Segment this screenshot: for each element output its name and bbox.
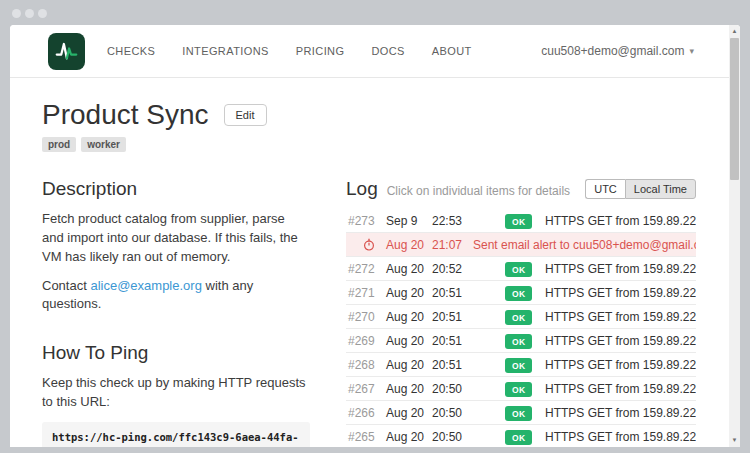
scroll-down-arrow-icon[interactable]: ▼ [729,435,740,446]
browser-viewport: ▲ ▼ CHECKSINTEGRATIONSPRICINGDOCSABOUT c… [10,25,740,447]
log-entry-number: #271 [348,286,386,300]
log-entry-date: Aug 20 [386,238,432,252]
pulse-icon [53,38,80,65]
log-subtitle: Click on individual items for details [387,184,570,198]
log-row[interactable]: #265 Aug 20 20:50 OK HTTPS GET from 159.… [346,425,696,447]
scrollbar-thumb[interactable] [730,38,739,180]
nav-link[interactable]: CHECKS [107,45,155,57]
alert-message: Sent email alert to cuu508+demo@gmail.co… [473,238,696,252]
log-entries: #273 Sep 9 22:53 OK HTTPS GET from 159.8… [346,209,696,447]
window-dot-icon [12,9,21,18]
how-to-ping-heading: How To Ping [42,342,310,364]
nav-link[interactable]: ABOUT [432,45,472,57]
main-content: Product Sync Edit prodworker Description… [10,99,740,447]
log-entry-number: #269 [348,334,386,348]
log-entry-event: HTTPS GET from 159.89.226.126 - my-fancy… [545,406,696,420]
log-row[interactable]: #270 Aug 20 20:51 OK HTTPS GET from 159.… [346,305,696,329]
ok-badge: OK [505,382,532,397]
nav-link[interactable]: DOCS [371,45,404,57]
nav-link[interactable]: INTEGRATIONS [182,45,269,57]
navbar: CHECKSINTEGRATIONSPRICINGDOCSABOUT cuu50… [10,25,740,78]
log-row[interactable]: #272 Aug 20 20:52 OK HTTPS GET from 159.… [346,257,696,281]
edit-button[interactable]: Edit [224,104,267,126]
log-entry-time: 20:50 [432,406,505,420]
left-column: Description Fetch product catalog from s… [42,178,310,447]
log-entry-event: HTTPS GET from 159.89.226.126 - my-fancy… [545,262,696,276]
log-entry-time: 20:51 [432,334,505,348]
log-entry-event: HTTPS GET from 159.89.226.126 - my-fancy… [545,430,696,444]
tag-badge: worker [81,137,126,152]
log-entry-time: 20:50 [432,430,505,444]
log-entry-time: 20:51 [432,358,505,372]
scroll-up-arrow-icon[interactable]: ▲ [729,26,740,37]
log-heading: Log [346,178,378,200]
tag-badge: prod [42,137,76,152]
log-row[interactable]: #269 Aug 20 20:51 OK HTTPS GET from 159.… [346,329,696,353]
log-row[interactable]: #267 Aug 20 20:50 OK HTTPS GET from 159.… [346,377,696,401]
log-entry-event: HTTPS GET from 159.89.226.126 - my-fancy… [545,310,696,324]
log-entry-date: Aug 20 [386,334,432,348]
ok-badge: OK [505,430,532,445]
ok-badge: OK [505,310,532,325]
page-scrollbar[interactable]: ▲ ▼ [729,25,740,447]
log-entry-date: Aug 20 [386,262,432,276]
log-entry-number: #273 [348,214,386,228]
window-dot-icon [38,9,47,18]
log-entry-time: 20:52 [432,262,505,276]
nav-links: CHECKSINTEGRATIONSPRICINGDOCSABOUT [107,45,472,57]
ok-badge: OK [505,406,532,421]
log-entry-number: #272 [348,262,386,276]
contact-email-link[interactable]: alice@example.org [90,278,201,293]
log-entry-time: 20:51 [432,310,505,324]
ping-url-code[interactable]: https://hc-ping.com/ffc143c9-6aea-44fa-b… [42,422,310,447]
healthchecks-logo[interactable] [48,33,85,70]
log-entry-number: #265 [348,430,386,444]
log-entry-event: HTTPS GET from 159.89.226.126 - my-fancy… [545,214,696,228]
local-time-button[interactable]: Local Time [625,179,696,199]
log-row[interactable]: #268 Aug 20 20:51 OK HTTPS GET from 159.… [346,353,696,377]
log-entry-number: #266 [348,406,386,420]
log-entry-date: Aug 20 [386,310,432,324]
log-alert-row[interactable]: Aug 20 21:07 Sent email alert to cuu508+… [346,233,696,257]
log-entry-date: Sep 9 [386,214,432,228]
log-entry-date: Aug 20 [386,382,432,396]
alert-clock-icon [348,238,386,251]
description-text: Fetch product catalog from supplier, par… [42,210,310,267]
nav-link[interactable]: PRICING [296,45,345,57]
log-entry-date: Aug 20 [386,430,432,444]
log-row[interactable]: #266 Aug 20 20:50 OK HTTPS GET from 159.… [346,401,696,425]
page-title: Product Sync [42,99,209,131]
log-entry-date: Aug 20 [386,286,432,300]
ok-badge: OK [505,214,532,229]
utc-button[interactable]: UTC [585,179,625,199]
ok-badge: OK [505,262,532,277]
log-entry-time: 22:53 [432,214,505,228]
chevron-down-icon: ▾ [689,46,694,56]
log-entry-time: 20:50 [432,382,505,396]
timezone-toggle: UTC Local Time [585,179,696,199]
contact-line: Contact alice@example.org with any quest… [42,277,310,315]
account-menu[interactable]: cuu508+demo@gmail.com ▾ [541,44,694,58]
log-entry-event: HTTPS GET from 159.89.226.126 - my-fancy… [545,334,696,348]
account-email: cuu508+demo@gmail.com [541,44,684,58]
ok-badge: OK [505,334,532,349]
log-entry-date: Aug 20 [386,358,432,372]
ok-badge: OK [505,358,532,373]
ok-badge: OK [505,286,532,301]
log-entry-number: #268 [348,358,386,372]
log-entry-date: Aug 20 [386,406,432,420]
log-entry-time: 21:07 [432,238,473,252]
window-controls [12,9,47,18]
log-row[interactable]: #271 Aug 20 20:51 OK HTTPS GET from 159.… [346,281,696,305]
log-entry-number: #270 [348,310,386,324]
log-entry-event: HTTPS GET from 159.89.226.126 - my-fancy… [545,382,696,396]
log-entry-event: HTTPS GET from 159.89.226.126 - my-fancy… [545,358,696,372]
log-entry-time: 20:51 [432,286,505,300]
ping-url-instruction: Keep this check up by making HTTP reques… [42,374,310,412]
log-row[interactable]: #273 Sep 9 22:53 OK HTTPS GET from 159.8… [346,209,696,233]
log-entry-event: HTTPS GET from 159.89.226.126 - my-fancy… [545,286,696,300]
description-heading: Description [42,178,310,200]
window-dot-icon [25,9,34,18]
tags: prodworker [42,137,696,152]
log-panel: Log Click on individual items for detail… [346,178,696,447]
